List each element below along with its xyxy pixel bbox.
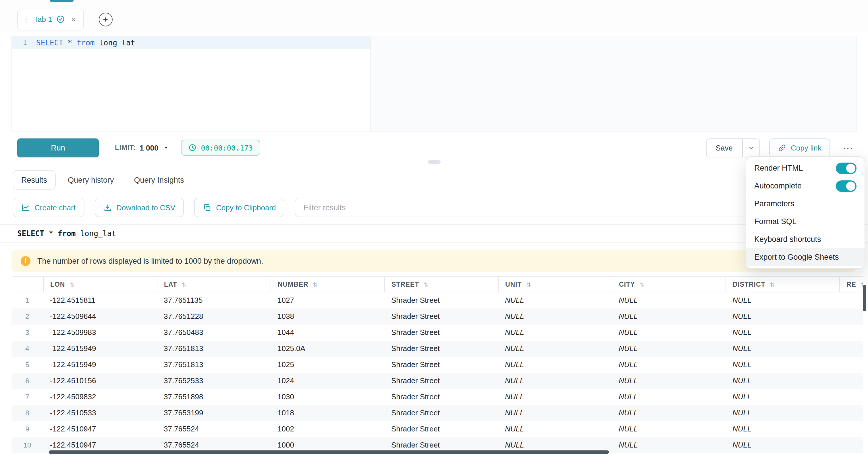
table-cell: 1025 <box>271 357 384 372</box>
horizontal-scrollbar-thumb[interactable] <box>49 450 609 454</box>
row-number: 2 <box>11 308 43 324</box>
table-cell <box>839 308 863 324</box>
vertical-scrollbar-thumb[interactable] <box>863 285 866 311</box>
column-header-street[interactable]: STREET⇅ <box>384 277 498 292</box>
table-cell: NULL <box>725 437 839 453</box>
table-cell: NULL <box>725 405 839 421</box>
tab-tab1[interactable]: ⋮ Tab 1 × <box>17 8 84 30</box>
chart-icon <box>21 203 30 212</box>
menu-item-label: Keyboard shortcuts <box>754 235 821 244</box>
save-button[interactable]: Save <box>707 139 742 156</box>
menu-item-render-html[interactable]: Render HTML <box>746 159 865 177</box>
editor-code-pane[interactable]: 1 SELECT * from long_lat <box>12 36 371 131</box>
row-number: 8 <box>11 405 43 421</box>
column-label: RE <box>846 281 856 288</box>
header-row: LON⇅ LAT⇅ NUMBER⇅ STREET⇅ UNIT⇅ CITY⇅ DI… <box>11 277 863 292</box>
editor-active-line[interactable]: 1 SELECT * from long_lat <box>12 36 370 49</box>
table-cell: 37.7651813 <box>157 357 271 372</box>
menu-item-parameters[interactable]: Parameters <box>746 195 865 213</box>
table-cell: NULL <box>498 421 612 437</box>
table-cell: 37.7652533 <box>157 372 271 389</box>
table-cell: NULL <box>725 389 839 405</box>
chevron-down-icon <box>162 144 169 151</box>
column-header-unit[interactable]: UNIT⇅ <box>498 277 612 292</box>
results-toolbar: Create chart Download to CSV Copy to Cli… <box>0 198 868 217</box>
run-button-label: Run <box>51 143 65 152</box>
autocomplete-toggle[interactable] <box>836 180 857 191</box>
run-button[interactable]: Run <box>17 138 99 157</box>
table-cell: NULL <box>725 292 839 308</box>
table-cell: -122.4510156 <box>43 372 157 389</box>
create-chart-button[interactable]: Create chart <box>13 198 84 217</box>
column-header-number[interactable]: NUMBER⇅ <box>271 277 384 292</box>
resize-grip[interactable] <box>428 160 440 164</box>
table-cell: NULL <box>498 357 612 372</box>
link-icon <box>777 143 786 152</box>
table-cell: NULL <box>612 357 725 372</box>
close-tab-icon[interactable]: × <box>71 15 76 24</box>
more-options-button[interactable]: ⋯ <box>839 142 857 153</box>
row-number: 7 <box>11 389 43 405</box>
limit-dropdown[interactable]: LIMIT: 1 000 <box>115 143 169 152</box>
table-cell: 37.7651228 <box>157 308 271 324</box>
table-cell: NULL <box>612 437 725 453</box>
sql-identifier: long_lat <box>80 229 116 238</box>
copy-to-clipboard-button[interactable]: Copy to Clipboard <box>194 198 284 217</box>
tab-query-insights[interactable]: Query Insights <box>126 170 192 189</box>
table-row: 1-122.451581137.76511351027Shrader Stree… <box>11 292 863 308</box>
table-row: 7-122.450983237.76518981030Shrader Stree… <box>11 389 863 405</box>
query-timer-badge: 00:00:00.173 <box>181 140 260 156</box>
table-cell: NULL <box>725 421 839 437</box>
sql-editor[interactable]: 1 SELECT * from long_lat <box>11 36 857 132</box>
menu-item-label: Parameters <box>754 199 795 208</box>
column-header-re[interactable]: RE⇅ <box>839 277 863 292</box>
menu-item-autocomplete[interactable]: Autocomplete <box>746 177 865 195</box>
tab-label: Query history <box>68 176 114 184</box>
menu-item-keyboard-shortcuts[interactable]: Keyboard shortcuts <box>746 231 865 248</box>
table-cell <box>839 292 863 308</box>
download-csv-button[interactable]: Download to CSV <box>94 198 184 217</box>
table-row: 5-122.451594937.76518131025Shrader Stree… <box>11 357 863 372</box>
options-menu: Render HTML Autocomplete Parameters Form… <box>746 156 865 269</box>
copy-link-button[interactable]: Copy link <box>769 138 830 157</box>
table-cell: -122.4515811 <box>43 292 157 308</box>
table-cell: Shrader Street <box>384 372 498 389</box>
column-header-district[interactable]: DISTRICT⇅ <box>725 277 839 292</box>
save-options-button[interactable] <box>742 139 759 156</box>
row-number: 6 <box>11 372 43 389</box>
table-cell: Shrader Street <box>384 292 498 308</box>
table-cell <box>839 357 863 372</box>
table-cell: NULL <box>498 405 612 421</box>
column-label: NUMBER <box>278 281 308 288</box>
table-cell <box>839 437 863 453</box>
check-circle-icon <box>56 15 65 24</box>
menu-item-export-google-sheets[interactable]: Export to Google Sheets <box>746 248 865 266</box>
table-cell: 1002 <box>271 421 384 437</box>
column-header-lon[interactable]: LON⇅ <box>43 277 157 292</box>
results-tabbar: Results Query history Query Insights <box>0 170 868 189</box>
timer-value: 00:00:00.173 <box>201 143 253 152</box>
tab-query-history[interactable]: Query history <box>60 170 122 189</box>
dots-horizontal-icon: ⋯ <box>842 142 854 154</box>
table-cell: NULL <box>498 308 612 324</box>
row-number: 4 <box>11 340 43 357</box>
drag-grip-icon[interactable]: ⋮ <box>22 16 30 23</box>
sort-icon: ⇅ <box>526 281 531 288</box>
render-html-toggle[interactable] <box>836 162 857 174</box>
column-header-city[interactable]: CITY⇅ <box>612 277 725 292</box>
sql-identifier: long_lat <box>99 38 135 47</box>
menu-item-format-sql[interactable]: Format SQL <box>746 213 865 231</box>
tab-results[interactable]: Results <box>13 170 56 189</box>
download-csv-label: Download to CSV <box>116 203 175 212</box>
table-cell: NULL <box>725 308 839 324</box>
add-tab-button[interactable]: + <box>98 12 112 26</box>
table-cell <box>839 453 863 455</box>
table-cell: 37.7650483 <box>157 324 271 340</box>
column-label: UNIT <box>505 281 522 288</box>
table-cell: -122.4510533 <box>43 405 157 421</box>
results-tbody: 1-122.451581137.76511351027Shrader Stree… <box>11 292 863 455</box>
top-accent-bar <box>50 0 73 2</box>
table-cell: Shrader Street <box>384 405 498 421</box>
sort-icon: ⇅ <box>424 281 429 288</box>
column-header-lat[interactable]: LAT⇅ <box>157 277 271 292</box>
